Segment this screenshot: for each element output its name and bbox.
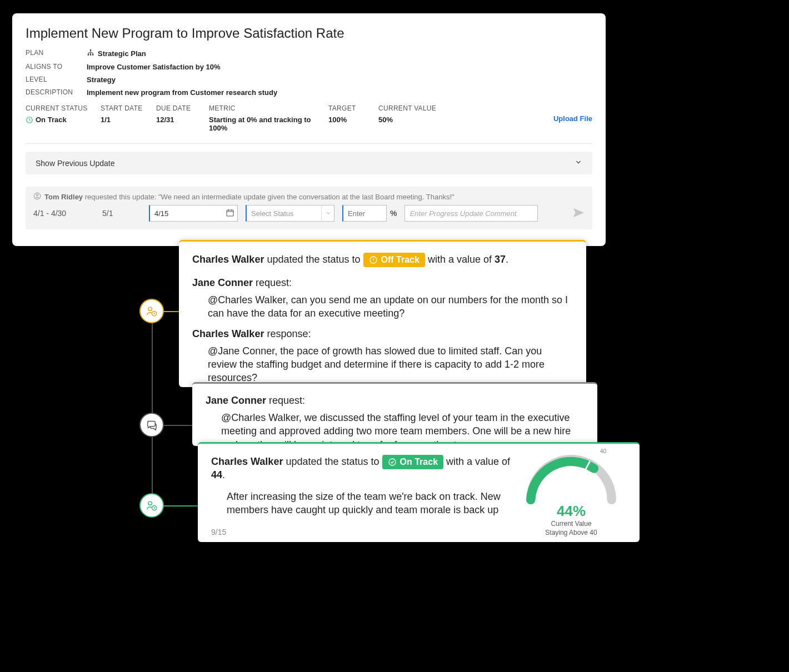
label-plan: PLAN — [26, 49, 87, 58]
gauge-sublabel: Staying Above 40 — [513, 529, 630, 536]
timeline-user-clock-icon — [139, 299, 164, 323]
value-desc: Implement new program from Customer rese… — [87, 88, 277, 97]
value-metric: Starting at 0% and tracking to 100% — [209, 116, 328, 132]
label-desc: DESCRIPTION — [26, 88, 87, 97]
gauge-chart: 40 44% Current Value Staying Above 40 — [513, 449, 630, 536]
request-text: Tom Ridley requested this update: "We ne… — [44, 193, 455, 201]
status-value: 44 — [211, 469, 222, 480]
timeline-card-ontrack: Charles Walker updated the status to On … — [198, 442, 640, 542]
gauge-label: Current Value — [513, 520, 630, 528]
status-update-line: Charles Walker updated the status to On … — [211, 455, 514, 481]
user-name: Charles Walker — [192, 254, 264, 265]
label-curval: CURRENT VALUE — [378, 104, 462, 112]
value-target: 100% — [328, 116, 378, 124]
show-previous-update-toggle[interactable]: Show Previous Update — [26, 152, 592, 174]
value-current-status: On Track — [26, 116, 67, 124]
request-header: Tom Ridley requested this update: "We ne… — [33, 192, 585, 202]
upload-file-link[interactable]: Upload File — [553, 114, 592, 123]
timeline-card-offtrack: Charles Walker updated the status to Off… — [179, 240, 586, 387]
svg-point-6 — [36, 194, 38, 197]
svg-rect-7 — [227, 210, 233, 216]
timeline-rail — [152, 311, 153, 506]
svg-point-10 — [148, 502, 152, 505]
value-start: 1/1 — [101, 116, 156, 124]
current-status-text: On Track — [36, 116, 67, 124]
request-user: Tom Ridley — [44, 193, 83, 201]
chevron-down-icon — [575, 158, 582, 168]
send-icon[interactable] — [572, 207, 585, 220]
value-input[interactable] — [342, 205, 387, 222]
status-row: CURRENT STATUS On Track START DATE 1/1 D… — [26, 104, 592, 132]
value-due: 12/31 — [156, 116, 209, 124]
timeline-card-request: Jane Conner request: @Charles Walker, we… — [192, 382, 597, 446]
update-body: After increasing the size of the team we… — [211, 490, 514, 517]
label-aligns: ALIGNS TO — [26, 63, 87, 71]
gauge-tick-label: 40 — [600, 448, 606, 454]
goal-detail-card: Implement New Program to Improve Satisfa… — [12, 13, 606, 246]
percent-symbol: % — [390, 209, 397, 218]
status-badge-ontrack: On Track — [382, 455, 443, 469]
submit-date: 5/1 — [102, 209, 141, 218]
value-level: Strategy — [87, 76, 116, 84]
request-body: @Charles Walker, can you send me an upda… — [192, 293, 573, 320]
date-input[interactable] — [149, 205, 238, 222]
page-title: Implement New Program to Improve Satisfa… — [26, 26, 592, 41]
label-target: TARGET — [328, 104, 378, 112]
plan-text: Strategic Plan — [98, 49, 146, 58]
card-date: 9/15 — [211, 528, 226, 536]
period-text: 4/1 - 4/30 — [33, 209, 94, 218]
timeline-chat-icon — [139, 413, 164, 437]
comment-input[interactable] — [405, 205, 538, 222]
divider — [26, 143, 592, 144]
value-curval: 50% — [378, 116, 462, 124]
svg-rect-1 — [88, 54, 89, 55]
request-prefix: requested this update: — [83, 193, 158, 201]
status-badge-offtrack: Off Track — [363, 253, 425, 267]
request-line: Jane Conner request: — [206, 395, 584, 407]
svg-point-13 — [389, 459, 396, 465]
meta-grid: PLAN Strategic Plan ALIGNS TO Improve Cu… — [26, 49, 592, 97]
response-line: Charles Walker response: — [192, 328, 573, 340]
status-update-line: Charles Walker updated the status to Off… — [192, 253, 573, 267]
label-metric: METRIC — [209, 104, 328, 112]
request-quote: "We need an intermediate update given th… — [158, 193, 455, 201]
request-line: Jane Conner request: — [192, 277, 573, 289]
value-plan: Strategic Plan — [87, 49, 146, 58]
label-due: DUE DATE — [156, 104, 209, 112]
svg-rect-0 — [90, 49, 91, 51]
status-select[interactable]: Select Status — [246, 205, 334, 222]
date-field[interactable] — [149, 205, 238, 222]
gauge-arc — [516, 449, 627, 505]
timeline-user-clock-icon — [139, 493, 164, 518]
svg-rect-3 — [92, 54, 93, 55]
gauge-value: 44% — [513, 503, 630, 520]
value-entry: % — [342, 205, 397, 222]
sitemap-icon — [87, 49, 94, 58]
update-request-block: Tom Ridley requested this update: "We ne… — [26, 187, 592, 229]
label-current-status: CURRENT STATUS — [26, 104, 101, 112]
prev-update-label: Show Previous Update — [36, 159, 114, 168]
label-start: START DATE — [101, 104, 156, 112]
value-aligns: Improve Customer Satisfaction by 10% — [87, 63, 221, 71]
user-icon — [33, 192, 41, 202]
chevron-down-icon — [321, 205, 334, 222]
response-body: @Jane Conner, the pace of growth has slo… — [192, 344, 573, 385]
calendar-icon[interactable] — [226, 208, 234, 219]
svg-point-8 — [148, 307, 152, 310]
label-level: LEVEL — [26, 76, 87, 84]
svg-rect-2 — [90, 54, 91, 55]
status-value: 37 — [495, 254, 506, 265]
inputs-row: 4/1 - 4/30 5/1 Select Status % — [33, 205, 585, 222]
